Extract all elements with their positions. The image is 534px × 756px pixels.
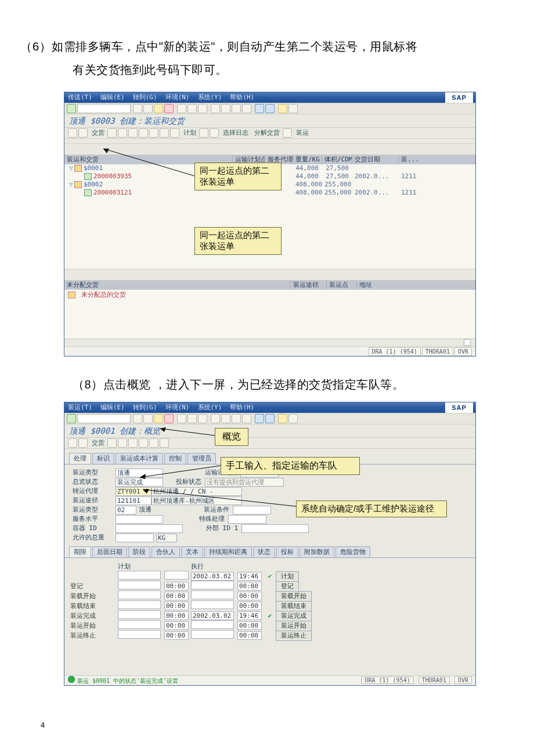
grid2-item[interactable]: 未分配总的交货 [81,291,126,298]
plan-time[interactable]: 00:00 [164,611,189,620]
menu-edit[interactable]: 编辑(E) [100,404,125,412]
find-next-icon[interactable] [198,104,207,113]
command-field[interactable] [77,104,131,113]
next-page-icon[interactable] [232,414,241,423]
fld-shipment-type[interactable]: 顶通 [116,469,163,477]
menu-goto[interactable]: 转到(G) [133,404,157,412]
save-icon[interactable] [133,104,142,113]
tb-delivery[interactable]: 交货 [92,439,104,447]
tb-delivery[interactable]: 交货 [92,129,104,137]
find-icon[interactable] [187,414,197,423]
first-page-icon[interactable] [211,414,220,423]
tb-icon-6[interactable] [139,438,148,448]
status-button[interactable]: 计划 [276,571,299,582]
menu-transport[interactable]: 传送(T) [68,93,92,102]
status-button[interactable]: 装载开始 [276,591,312,602]
tb-icon-4[interactable] [118,128,127,138]
exec-date[interactable] [191,630,234,639]
menu-help[interactable]: 帮助(H) [230,404,254,412]
menu-edit[interactable]: 编辑(E) [100,93,125,102]
exec-time[interactable]: 00:00 [237,631,262,640]
fld-route[interactable]: 121101 [116,496,151,505]
tab-control[interactable]: 控制 [164,453,186,464]
prev-page-icon[interactable] [221,414,230,423]
tb-icon-3[interactable] [107,128,117,138]
plan-date[interactable] [118,630,161,639]
tb-icon-8[interactable] [160,128,169,138]
menu-goto[interactable]: 转到(G) [133,93,157,102]
help-icon[interactable] [278,414,287,423]
plan-time[interactable]: 00:00 [164,592,189,600]
tb-icon-12[interactable] [283,128,292,138]
hscroll-icon[interactable] [464,339,471,346]
print-icon[interactable] [177,104,186,113]
fld-container-id[interactable] [116,524,183,533]
find-next-icon[interactable] [198,414,207,423]
fld-fwd-agent[interactable]: ZTY001 [116,487,151,496]
tab-status[interactable]: 状态 [253,546,275,557]
exec-time[interactable]: 19:46 [237,611,262,620]
next-page-icon[interactable] [232,104,241,113]
fld-service-level[interactable] [116,515,163,524]
back-icon[interactable] [143,104,153,113]
tb-icon-3[interactable] [107,438,117,448]
menu-system[interactable]: 系统(Y) [198,404,222,412]
help-icon[interactable] [278,104,287,113]
exec-date[interactable]: 2002.03.02 [191,611,234,620]
layout-icon[interactable] [288,414,298,423]
tab-stages[interactable]: 阶段 [128,546,150,557]
command-field[interactable] [77,414,131,423]
tb-icon-8[interactable] [160,438,169,448]
tb-shipment[interactable]: 装运 [296,129,309,137]
shortcut-icon[interactable] [265,414,275,423]
fld-total-weight[interactable] [116,534,154,542]
plan-time[interactable]: 00:00 [164,602,189,610]
tab-admin[interactable]: 管理员 [187,453,216,464]
tab-texts[interactable]: 文本 [181,546,203,557]
exec-date[interactable] [191,600,234,609]
status-button[interactable]: 装运完成 [276,611,312,621]
tab-tender[interactable]: 投标 [276,546,298,557]
tab-identification[interactable]: 标识 [92,453,114,464]
tb-split-delivery[interactable]: 分解交货 [254,129,280,137]
status-button[interactable]: 装运终止 [276,631,312,641]
plan-date[interactable] [118,620,161,629]
menu-system[interactable]: 系统(Y) [198,93,222,102]
tab-dates[interactable]: 期限 [69,546,91,557]
fld-shipping-type[interactable]: 02 [116,506,136,514]
tb-icon-1[interactable] [68,438,77,448]
tab-addl[interactable]: 附加数据 [300,546,334,557]
tab-duration[interactable]: 持续期和距离 [204,546,252,557]
back-icon[interactable] [143,414,153,423]
tb-icon-1[interactable] [68,128,77,138]
prev-page-icon[interactable] [221,104,230,113]
enter-icon[interactable] [67,104,76,113]
tb-icon-5[interactable] [128,438,138,448]
print-icon[interactable] [177,414,186,423]
cancel-icon[interactable] [164,414,174,423]
exec-time[interactable]: 00:00 [237,592,262,600]
new-session-icon[interactable] [255,104,264,113]
exec-date[interactable] [191,620,234,629]
tb-plan[interactable]: 计划 [183,129,196,137]
tb-icon-11[interactable] [210,128,219,138]
menu-environment[interactable]: 环境(N) [165,404,190,412]
tab-next-date[interactable]: 后面日期 [92,546,127,557]
status-button[interactable]: 装载结束 [276,601,312,611]
exec-time[interactable]: 00:00 [237,582,262,591]
find-icon[interactable] [187,104,197,113]
exec-date[interactable]: 2002.03.02 [191,572,234,581]
tab-processing[interactable]: 处理 [69,453,91,464]
layout-icon[interactable] [288,104,298,113]
cancel-icon[interactable] [164,104,174,113]
status-button[interactable]: 装运开始 [276,621,312,631]
plan-time[interactable] [164,571,189,579]
new-session-icon[interactable] [255,414,264,423]
plan-date[interactable] [118,600,161,609]
exit-icon[interactable] [154,414,163,423]
fld-overview-status[interactable]: 装运完成 [116,478,163,487]
plan-date[interactable] [118,610,161,619]
tb-icon-6[interactable] [139,128,148,138]
plan-date[interactable] [118,571,161,579]
menu-environment[interactable]: 环境(N) [165,93,190,102]
